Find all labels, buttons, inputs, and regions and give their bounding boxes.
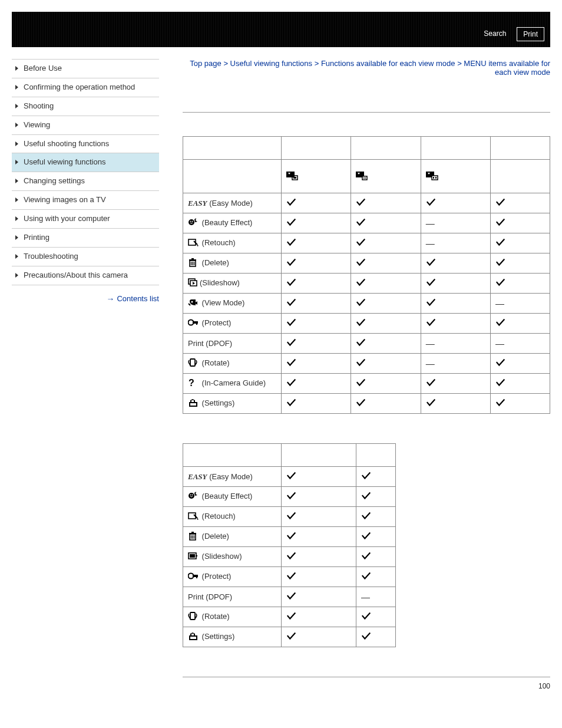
settings-icon: [188, 631, 199, 643]
table-row: (Retouch)—: [183, 233, 550, 253]
sidebar-item-viewing[interactable]: Viewing: [12, 116, 159, 134]
protect-icon: [188, 318, 199, 329]
delete-icon: [188, 531, 199, 542]
slideshow2-icon: [188, 551, 199, 562]
sidebar-item-useful-viewing[interactable]: Useful viewing functions: [12, 153, 159, 172]
table-cell: [282, 354, 351, 374]
table-row: EASY (Easy Mode): [183, 467, 396, 487]
row-label: (Slideshow): [183, 274, 282, 294]
check-icon: [426, 377, 437, 388]
sidebar-item-troubleshooting[interactable]: Troubleshooting: [12, 247, 159, 266]
check-icon: [495, 197, 506, 207]
table-row: Print (DPOF)——: [183, 334, 550, 354]
check-icon: [495, 397, 506, 408]
table-cell: [490, 374, 550, 394]
check-icon: [361, 631, 372, 641]
check-icon: [495, 377, 506, 388]
row-label: (Beauty Effect): [183, 487, 282, 507]
dash-icon: —: [426, 218, 435, 228]
table-cell: —: [356, 587, 396, 607]
beauty-icon: [188, 218, 199, 229]
check-icon: [426, 197, 437, 207]
check-icon: [286, 510, 297, 521]
check-icon: [356, 297, 366, 308]
check-icon: [286, 377, 297, 388]
check-icon: [356, 357, 366, 368]
table-cell: [421, 294, 490, 314]
search-button[interactable]: Search: [478, 27, 512, 41]
table-cell: [282, 274, 351, 294]
hr: [183, 112, 550, 113]
table-cell: [282, 394, 351, 414]
table-cell: [421, 374, 490, 394]
rotate-icon: [188, 611, 199, 622]
table-cell: [282, 527, 356, 547]
sidebar-item-useful-shooting[interactable]: Useful shooting functions: [12, 134, 159, 153]
check-icon: [495, 237, 506, 248]
sidebar-item-printing[interactable]: Printing: [12, 228, 159, 247]
table-cell: [351, 213, 421, 233]
svg-rect-6: [362, 176, 367, 180]
retouch-icon: [188, 511, 199, 522]
viewmode-icon: [188, 298, 199, 309]
contents-list-link[interactable]: → Contents list: [12, 294, 159, 304]
table-cell: [282, 507, 356, 527]
print-button[interactable]: Print: [517, 27, 544, 41]
check-icon: [286, 297, 297, 308]
table-cell: [282, 233, 351, 253]
bc-top[interactable]: Top page: [190, 59, 222, 68]
row-label: (Delete): [183, 527, 282, 547]
table-cell: [282, 587, 356, 607]
table-cell: [490, 274, 550, 294]
table-row: (Settings): [183, 394, 550, 414]
check-icon: [286, 337, 297, 348]
row-label: (Settings): [183, 627, 282, 647]
sidebar-item-confirming[interactable]: Confirming the operation method: [12, 78, 159, 97]
row-label: (Settings): [183, 394, 282, 414]
table-cell: [490, 193, 550, 213]
table-row: (Retouch): [183, 507, 396, 527]
dash-icon: —: [495, 298, 504, 308]
table-row: (Delete): [183, 527, 396, 547]
table-cell: [490, 213, 550, 233]
bc-l1[interactable]: Useful viewing functions: [230, 59, 312, 68]
table-cell: [421, 253, 490, 274]
sidebar-item-before-use[interactable]: Before Use: [12, 59, 159, 78]
sidebar-item-computer[interactable]: Using with your computer: [12, 209, 159, 228]
table-cell: [356, 527, 396, 547]
row-label: (Retouch): [183, 507, 282, 527]
mode-icon-1: [286, 170, 299, 183]
hr-bottom: [183, 677, 550, 677]
row-label: (Protect): [183, 567, 282, 587]
table-row: (Protect): [183, 567, 396, 587]
bc-l2[interactable]: Functions available for each view mode: [321, 59, 455, 68]
table-row: (View Mode)—: [183, 294, 550, 314]
table-row: Print (DPOF)—: [183, 587, 396, 607]
sidebar-item-changing-settings[interactable]: Changing settings: [12, 172, 159, 190]
table-cell: [356, 487, 396, 507]
table-cell: —: [490, 294, 550, 314]
header-bar: Search Print: [12, 12, 550, 47]
sidebar-item-viewing-tv[interactable]: Viewing images on a TV: [12, 190, 159, 209]
table-row: (Slideshow): [183, 547, 396, 567]
check-icon: [286, 357, 297, 368]
table-cell: [351, 314, 421, 334]
compatibility-table-2: EASY (Easy Mode) (Beauty Effect) (Retouc…: [183, 443, 396, 647]
check-icon: [356, 217, 366, 228]
table-row: (Settings): [183, 627, 396, 647]
table-cell: —: [490, 334, 550, 354]
sidebar-item-shooting[interactable]: Shooting: [12, 97, 159, 116]
check-icon: [495, 357, 506, 368]
check-icon: [495, 277, 506, 288]
sidebar-item-precautions[interactable]: Precautions/About this camera: [12, 266, 159, 285]
dash-icon: —: [426, 238, 435, 248]
contents-list-label: Contents list: [117, 294, 159, 303]
row-label: (Retouch): [183, 233, 282, 253]
table-cell: —: [421, 354, 490, 374]
check-icon: [286, 237, 297, 248]
beauty-icon: [188, 491, 199, 502]
row-label: (View Mode): [183, 294, 282, 314]
table-cell: [282, 334, 351, 354]
row-label: (In-Camera Guide): [183, 374, 282, 394]
check-icon: [356, 277, 366, 288]
